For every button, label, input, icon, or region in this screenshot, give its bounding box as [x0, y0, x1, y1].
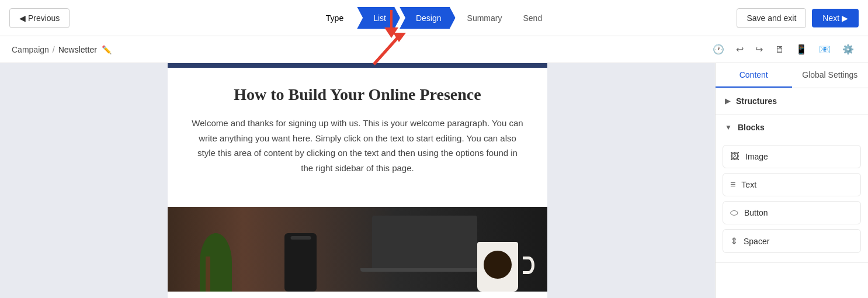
spacer-block-label: Spacer: [744, 237, 769, 246]
blocks-chevron-down: ▼: [725, 123, 732, 131]
history-icon[interactable]: 🕐: [710, 41, 727, 57]
breadcrumb-page-name: Newsletter: [58, 45, 97, 54]
email-title[interactable]: How to Build Your Online Presence: [191, 85, 524, 104]
breadcrumb-actions: 🕐 ↩ ↪ 🖥 📱 📧 ⚙️: [710, 41, 856, 57]
spacer-block-icon: ⇕: [730, 235, 738, 247]
save-exit-button[interactable]: Save and exit: [737, 8, 806, 28]
wizard-step-list[interactable]: List: [357, 7, 400, 29]
redo-icon[interactable]: ↪: [753, 41, 765, 57]
laptop-element: [372, 216, 477, 268]
breadcrumb-campaign: Campaign: [12, 45, 49, 54]
tab-content[interactable]: Content: [716, 63, 792, 88]
blocks-list: 🖼 Image ≡ Text ⬭ Button ⇕ Spacer: [716, 140, 868, 262]
blocks-label: Blocks: [738, 123, 765, 132]
phone-element: [284, 233, 317, 292]
breadcrumb-separator: /: [53, 45, 55, 54]
breadcrumb-bar: Campaign / Newsletter ✏️ 🕐 ↩ ↪ 🖥 📱 📧 ⚙️: [0, 36, 868, 63]
block-item-text[interactable]: ≡ Text: [723, 173, 861, 196]
nav-left: ◀ Previous: [9, 8, 70, 28]
wizard-step-summary[interactable]: Summary: [458, 7, 512, 29]
edit-icon[interactable]: ✏️: [102, 45, 112, 54]
undo-icon[interactable]: ↩: [734, 41, 746, 57]
send-test-icon[interactable]: 📧: [817, 41, 833, 57]
main-area: How to Build Your Online Presence Welcom…: [0, 63, 868, 298]
preview-icon[interactable]: 🖥: [772, 42, 786, 57]
plant-stem: [206, 257, 210, 292]
button-block-icon: ⬭: [730, 207, 738, 218]
next-button[interactable]: Next ▶: [812, 9, 859, 27]
previous-button[interactable]: ◀ Previous: [9, 8, 70, 28]
blocks-header[interactable]: ▼ Blocks: [716, 115, 868, 140]
text-block-icon: ≡: [730, 179, 735, 190]
structures-section: ▶ Structures: [716, 88, 868, 115]
structures-chevron-right: ▶: [725, 97, 730, 105]
coffee-liquid: [484, 251, 512, 279]
blocks-section: ▼ Blocks 🖼 Image ≡ Text ⬭ Button ⇕: [716, 115, 868, 263]
wizard-step-design[interactable]: Design: [400, 7, 456, 29]
block-item-button[interactable]: ⬭ Button: [723, 201, 861, 224]
image-block-label: Image: [745, 152, 768, 161]
structures-header[interactable]: ▶ Structures: [716, 88, 868, 114]
block-item-spacer[interactable]: ⇕ Spacer: [723, 229, 861, 253]
block-item-image[interactable]: 🖼 Image: [723, 145, 861, 168]
plant-element: [200, 233, 232, 292]
email-canvas-area: How to Build Your Online Presence Welcom…: [0, 63, 715, 298]
phone-speaker: [290, 236, 311, 240]
mobile-preview-icon[interactable]: 📱: [793, 41, 810, 57]
top-nav: ◀ Previous Type List Design Summary Send…: [0, 0, 868, 36]
button-block-label: Button: [744, 208, 768, 217]
image-block-icon: 🖼: [730, 151, 739, 162]
laptop-base: [360, 268, 489, 272]
right-sidebar: Content Global Settings ▶ Structures ▼ B…: [715, 63, 868, 298]
settings-icon[interactable]: ⚙️: [840, 41, 856, 57]
wizard-step-type[interactable]: Type: [317, 7, 357, 29]
email-container: How to Build Your Online Presence Welcom…: [168, 63, 547, 298]
tab-global-settings[interactable]: Global Settings: [792, 63, 869, 88]
cup-handle: [523, 257, 534, 274]
email-image[interactable]: [168, 207, 547, 292]
email-content[interactable]: How to Build Your Online Presence Welcom…: [168, 68, 547, 207]
coffee-cup-body: [477, 242, 518, 292]
nav-right: Save and exit Next ▶: [737, 8, 859, 28]
wizard-step-send[interactable]: Send: [513, 7, 551, 29]
email-body[interactable]: Welcome and thanks for signing up with u…: [191, 116, 524, 175]
text-block-label: Text: [741, 180, 756, 189]
sidebar-tabs: Content Global Settings: [716, 63, 868, 88]
wizard-steps: Type List Design Summary Send: [317, 7, 551, 29]
structures-label: Structures: [736, 96, 777, 106]
email-top-bar: [168, 63, 547, 68]
